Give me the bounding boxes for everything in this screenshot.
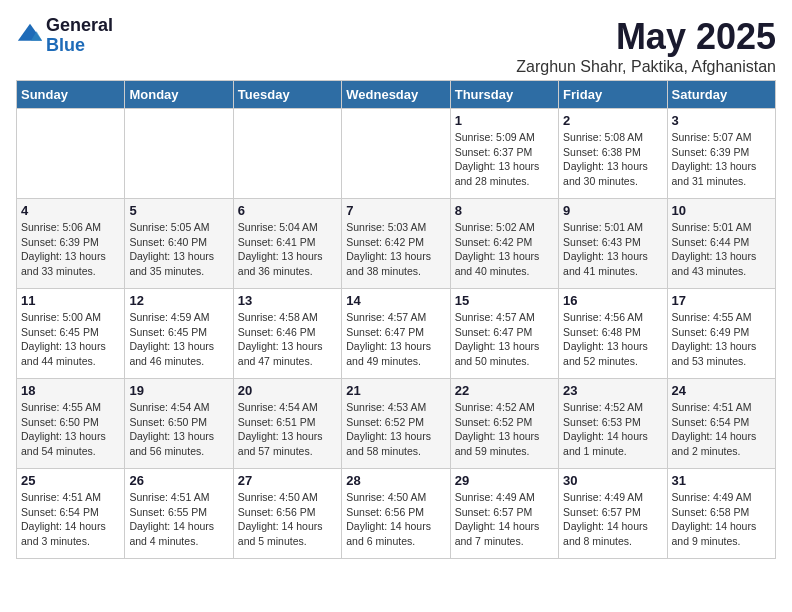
day-info: Sunrise: 4:51 AM Sunset: 6:55 PM Dayligh… [129,490,228,549]
weekday-header: Monday [125,81,233,109]
calendar-body: 1Sunrise: 5:09 AM Sunset: 6:37 PM Daylig… [17,109,776,559]
day-number: 13 [238,293,337,308]
day-info: Sunrise: 5:06 AM Sunset: 6:39 PM Dayligh… [21,220,120,279]
calendar-cell: 7Sunrise: 5:03 AM Sunset: 6:42 PM Daylig… [342,199,450,289]
day-number: 31 [672,473,771,488]
calendar-cell: 8Sunrise: 5:02 AM Sunset: 6:42 PM Daylig… [450,199,558,289]
day-info: Sunrise: 4:49 AM Sunset: 6:58 PM Dayligh… [672,490,771,549]
calendar-cell [233,109,341,199]
day-number: 27 [238,473,337,488]
calendar-cell: 29Sunrise: 4:49 AM Sunset: 6:57 PM Dayli… [450,469,558,559]
logo-text: General Blue [46,16,113,56]
calendar-cell: 16Sunrise: 4:56 AM Sunset: 6:48 PM Dayli… [559,289,667,379]
calendar-cell: 31Sunrise: 4:49 AM Sunset: 6:58 PM Dayli… [667,469,775,559]
calendar-cell [342,109,450,199]
calendar-cell: 22Sunrise: 4:52 AM Sunset: 6:52 PM Dayli… [450,379,558,469]
day-info: Sunrise: 5:01 AM Sunset: 6:44 PM Dayligh… [672,220,771,279]
calendar-table: SundayMondayTuesdayWednesdayThursdayFrid… [16,80,776,559]
header: General Blue May 2025 Zarghun Shahr, Pak… [16,16,776,76]
weekday-header: Wednesday [342,81,450,109]
calendar-week-row: 4Sunrise: 5:06 AM Sunset: 6:39 PM Daylig… [17,199,776,289]
day-info: Sunrise: 5:05 AM Sunset: 6:40 PM Dayligh… [129,220,228,279]
calendar-header: SundayMondayTuesdayWednesdayThursdayFrid… [17,81,776,109]
weekday-header: Saturday [667,81,775,109]
day-number: 11 [21,293,120,308]
header-row: SundayMondayTuesdayWednesdayThursdayFrid… [17,81,776,109]
day-info: Sunrise: 4:50 AM Sunset: 6:56 PM Dayligh… [346,490,445,549]
day-number: 6 [238,203,337,218]
weekday-header: Friday [559,81,667,109]
day-info: Sunrise: 4:54 AM Sunset: 6:51 PM Dayligh… [238,400,337,459]
calendar-cell: 21Sunrise: 4:53 AM Sunset: 6:52 PM Dayli… [342,379,450,469]
day-number: 2 [563,113,662,128]
weekday-header: Tuesday [233,81,341,109]
calendar-cell: 2Sunrise: 5:08 AM Sunset: 6:38 PM Daylig… [559,109,667,199]
logo-blue: Blue [46,36,113,56]
day-number: 20 [238,383,337,398]
day-number: 23 [563,383,662,398]
calendar-cell: 15Sunrise: 4:57 AM Sunset: 6:47 PM Dayli… [450,289,558,379]
calendar-cell: 3Sunrise: 5:07 AM Sunset: 6:39 PM Daylig… [667,109,775,199]
day-number: 16 [563,293,662,308]
day-number: 10 [672,203,771,218]
calendar-cell: 27Sunrise: 4:50 AM Sunset: 6:56 PM Dayli… [233,469,341,559]
weekday-header: Sunday [17,81,125,109]
day-info: Sunrise: 4:57 AM Sunset: 6:47 PM Dayligh… [455,310,554,369]
day-info: Sunrise: 5:03 AM Sunset: 6:42 PM Dayligh… [346,220,445,279]
day-info: Sunrise: 5:07 AM Sunset: 6:39 PM Dayligh… [672,130,771,189]
day-number: 15 [455,293,554,308]
calendar-week-row: 25Sunrise: 4:51 AM Sunset: 6:54 PM Dayli… [17,469,776,559]
calendar-cell: 30Sunrise: 4:49 AM Sunset: 6:57 PM Dayli… [559,469,667,559]
logo-general: General [46,16,113,36]
day-number: 8 [455,203,554,218]
day-number: 18 [21,383,120,398]
day-info: Sunrise: 4:49 AM Sunset: 6:57 PM Dayligh… [563,490,662,549]
day-number: 9 [563,203,662,218]
calendar-cell: 12Sunrise: 4:59 AM Sunset: 6:45 PM Dayli… [125,289,233,379]
calendar-cell: 19Sunrise: 4:54 AM Sunset: 6:50 PM Dayli… [125,379,233,469]
day-info: Sunrise: 4:51 AM Sunset: 6:54 PM Dayligh… [21,490,120,549]
calendar-cell: 20Sunrise: 4:54 AM Sunset: 6:51 PM Dayli… [233,379,341,469]
day-number: 28 [346,473,445,488]
calendar-cell: 1Sunrise: 5:09 AM Sunset: 6:37 PM Daylig… [450,109,558,199]
calendar-cell: 17Sunrise: 4:55 AM Sunset: 6:49 PM Dayli… [667,289,775,379]
day-info: Sunrise: 5:09 AM Sunset: 6:37 PM Dayligh… [455,130,554,189]
calendar-cell: 18Sunrise: 4:55 AM Sunset: 6:50 PM Dayli… [17,379,125,469]
day-info: Sunrise: 5:04 AM Sunset: 6:41 PM Dayligh… [238,220,337,279]
day-info: Sunrise: 5:02 AM Sunset: 6:42 PM Dayligh… [455,220,554,279]
calendar-cell: 5Sunrise: 5:05 AM Sunset: 6:40 PM Daylig… [125,199,233,289]
calendar-cell: 13Sunrise: 4:58 AM Sunset: 6:46 PM Dayli… [233,289,341,379]
day-number: 29 [455,473,554,488]
day-number: 17 [672,293,771,308]
day-info: Sunrise: 4:59 AM Sunset: 6:45 PM Dayligh… [129,310,228,369]
day-number: 3 [672,113,771,128]
day-number: 30 [563,473,662,488]
day-info: Sunrise: 4:58 AM Sunset: 6:46 PM Dayligh… [238,310,337,369]
day-info: Sunrise: 4:53 AM Sunset: 6:52 PM Dayligh… [346,400,445,459]
day-number: 19 [129,383,228,398]
calendar-cell [17,109,125,199]
calendar-week-row: 18Sunrise: 4:55 AM Sunset: 6:50 PM Dayli… [17,379,776,469]
calendar-cell: 23Sunrise: 4:52 AM Sunset: 6:53 PM Dayli… [559,379,667,469]
calendar-cell [125,109,233,199]
title-block: May 2025 Zarghun Shahr, Paktika, Afghani… [516,16,776,76]
calendar-cell: 26Sunrise: 4:51 AM Sunset: 6:55 PM Dayli… [125,469,233,559]
day-info: Sunrise: 4:52 AM Sunset: 6:53 PM Dayligh… [563,400,662,459]
calendar-cell: 6Sunrise: 5:04 AM Sunset: 6:41 PM Daylig… [233,199,341,289]
calendar-cell: 25Sunrise: 4:51 AM Sunset: 6:54 PM Dayli… [17,469,125,559]
day-info: Sunrise: 4:55 AM Sunset: 6:50 PM Dayligh… [21,400,120,459]
day-number: 1 [455,113,554,128]
calendar-week-row: 11Sunrise: 5:00 AM Sunset: 6:45 PM Dayli… [17,289,776,379]
day-info: Sunrise: 4:57 AM Sunset: 6:47 PM Dayligh… [346,310,445,369]
day-info: Sunrise: 4:52 AM Sunset: 6:52 PM Dayligh… [455,400,554,459]
day-info: Sunrise: 4:49 AM Sunset: 6:57 PM Dayligh… [455,490,554,549]
calendar-cell: 9Sunrise: 5:01 AM Sunset: 6:43 PM Daylig… [559,199,667,289]
subtitle: Zarghun Shahr, Paktika, Afghanistan [516,58,776,76]
day-info: Sunrise: 4:55 AM Sunset: 6:49 PM Dayligh… [672,310,771,369]
calendar-cell: 24Sunrise: 4:51 AM Sunset: 6:54 PM Dayli… [667,379,775,469]
day-number: 4 [21,203,120,218]
day-info: Sunrise: 5:08 AM Sunset: 6:38 PM Dayligh… [563,130,662,189]
calendar-cell: 11Sunrise: 5:00 AM Sunset: 6:45 PM Dayli… [17,289,125,379]
weekday-header: Thursday [450,81,558,109]
day-info: Sunrise: 4:56 AM Sunset: 6:48 PM Dayligh… [563,310,662,369]
